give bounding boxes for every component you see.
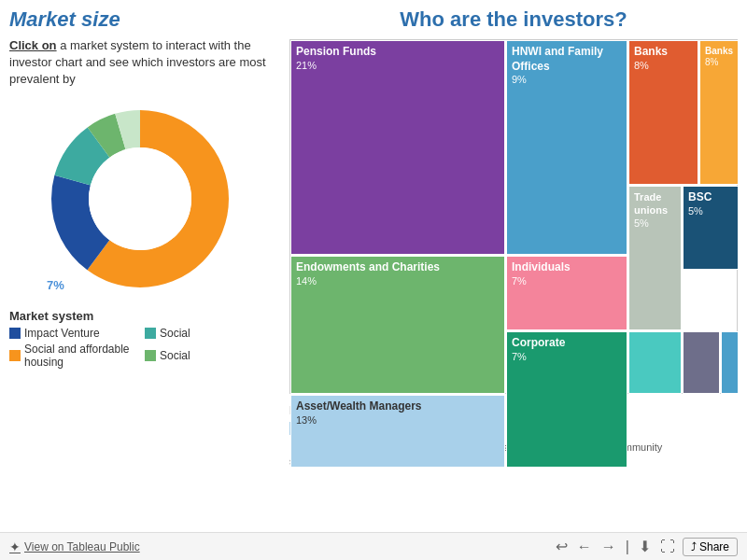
legend-item-impact[interactable]: Impact Venture xyxy=(9,327,135,340)
impact-label: Impact Venture xyxy=(24,327,100,340)
click-instruction: Click on a market system to interact wit… xyxy=(9,37,271,89)
page-title: Market size xyxy=(9,7,271,32)
cell-hnwi[interactable]: HNWI and Family Offices 9% xyxy=(506,40,627,255)
cell-banks-orange[interactable]: Banks 8% xyxy=(699,40,739,185)
click-text: Click on xyxy=(9,38,57,52)
cell-pension[interactable]: Pension Funds 21% xyxy=(290,40,505,255)
cell-trade-unions[interactable]: Trade unions 5% xyxy=(628,186,682,330)
cell-asset-pct: 13% xyxy=(291,414,504,426)
social-housing-label: Social and affordable housing xyxy=(24,343,135,369)
cell-individuals[interactable]: Individuals 7% xyxy=(506,256,627,330)
forward-btn[interactable]: → xyxy=(599,539,618,555)
cell-asset-label: Asset/Wealth Managers xyxy=(291,396,504,414)
social1-swatch xyxy=(145,328,156,339)
share-icon: ⤴ xyxy=(691,540,697,553)
impact-swatch xyxy=(9,328,21,339)
cell-small-blue[interactable] xyxy=(721,331,739,394)
cell-endowments-label: Endowments and Charities xyxy=(291,257,504,275)
cell-individuals-pct: 7% xyxy=(507,275,627,287)
cell-corporate[interactable]: Corporate 7% xyxy=(506,331,627,468)
percent-label: 7% xyxy=(47,278,64,292)
right-panel: Who are the investors? Pension Funds 21%… xyxy=(280,0,747,560)
cell-small-teal[interactable] xyxy=(628,331,682,394)
cell-asset-managers[interactable]: Asset/Wealth Managers 13% xyxy=(290,395,505,468)
cell-bsc[interactable]: BSC 5% xyxy=(683,186,739,270)
cell-small-grey[interactable] xyxy=(683,331,720,394)
cell-hnwi-pct: 9% xyxy=(507,74,627,85)
cell-banks-orange-label: Banks xyxy=(700,41,738,57)
share-button[interactable]: ⤴ Share xyxy=(683,538,738,556)
donut-chart[interactable]: 7% xyxy=(37,96,243,301)
svg-point-5 xyxy=(89,147,191,250)
cell-pension-pct: 21% xyxy=(291,60,504,71)
cell-trade-unions-label: Trade unions xyxy=(629,187,681,217)
cell-trade-unions-pct: 5% xyxy=(629,217,681,229)
social1-label: Social xyxy=(160,327,190,340)
treemap[interactable]: Pension Funds 21% HNWI and Family Office… xyxy=(289,39,738,394)
share-label: Share xyxy=(699,540,729,553)
tableau-link[interactable]: ✦ View on Tableau Public xyxy=(9,539,140,554)
cell-hnwi-label: HNWI and Family Offices xyxy=(507,41,627,74)
bottom-bar: ✦ View on Tableau Public ↩ ← → | ⬇ ⛶ ⤴ S… xyxy=(0,532,747,560)
social2-label: Social xyxy=(160,349,190,362)
tableau-icon: ✦ xyxy=(9,539,21,554)
cell-individuals-label: Individuals xyxy=(507,257,627,275)
cell-corporate-label: Corporate xyxy=(507,332,627,351)
cell-banks-red-label: Banks xyxy=(629,41,698,60)
social-housing-swatch xyxy=(9,350,21,361)
fullscreen-btn[interactable]: ⛶ xyxy=(658,539,677,555)
cell-endowments[interactable]: Endowments and Charities 14% xyxy=(290,256,505,394)
cell-bsc-label: BSC xyxy=(684,187,738,205)
market-system-label: Market system xyxy=(9,309,271,323)
undo-btn[interactable]: ↩ xyxy=(554,538,570,555)
cell-pension-label: Pension Funds xyxy=(291,41,504,60)
social2-swatch xyxy=(145,350,156,361)
separator: | xyxy=(624,539,631,555)
left-panel: Market size Click on a market system to … xyxy=(0,0,280,541)
donut-svg xyxy=(37,96,243,301)
bottom-controls: ↩ ← → | ⬇ ⛶ ⤴ Share xyxy=(554,538,738,556)
legend-grid: Impact Venture Social Social and afforda… xyxy=(9,327,271,369)
cell-endowments-pct: 14% xyxy=(291,275,504,287)
back-btn[interactable]: ← xyxy=(575,539,594,555)
download-btn[interactable]: ⬇ xyxy=(637,538,653,555)
legend-item-social2[interactable]: Social xyxy=(145,343,271,369)
cell-corporate-pct: 7% xyxy=(507,351,627,362)
cell-banks-red[interactable]: Banks 8% xyxy=(628,40,698,185)
tableau-link-label: View on Tableau Public xyxy=(24,540,140,553)
investors-title: Who are the investors? xyxy=(289,7,738,32)
cell-bsc-pct: 5% xyxy=(684,205,738,217)
legend-item-social1[interactable]: Social xyxy=(145,327,271,340)
legend-item-social-housing[interactable]: Social and affordable housing xyxy=(9,343,135,369)
cell-banks-orange-pct: 8% xyxy=(700,57,738,67)
cell-banks-red-pct: 8% xyxy=(629,60,698,71)
